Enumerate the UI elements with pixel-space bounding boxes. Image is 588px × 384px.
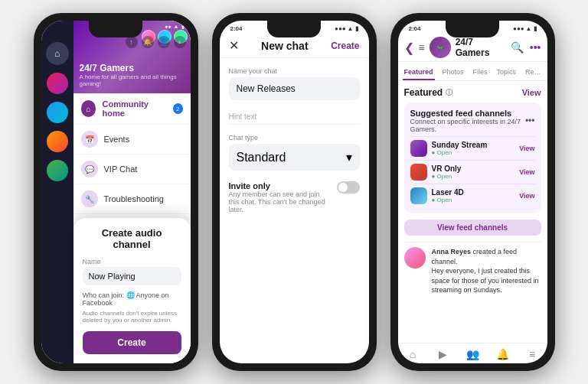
sidebar-avatar-3[interactable] bbox=[47, 131, 68, 152]
bottom-notifications[interactable]: 🔔 bbox=[488, 348, 518, 360]
invite-only-row: Invite only Any member can see and join … bbox=[229, 181, 360, 213]
signal-icon-3: ●●● bbox=[513, 25, 524, 32]
tab-more[interactable]: Re… bbox=[524, 65, 543, 80]
phone-1: ⌂ ●● ▲ ▮ bbox=[34, 13, 198, 371]
sidebar-avatar-4[interactable] bbox=[47, 160, 68, 181]
tab-topics[interactable]: Topics bbox=[495, 65, 518, 80]
invite-only-title: Invite only bbox=[229, 181, 331, 190]
menu-item-vip-chat[interactable]: 💬 VIP Chat bbox=[74, 155, 191, 184]
phone-2: 2:04 ●●● ▲ ▮ ✕ New chat Create Name your… bbox=[212, 13, 377, 371]
sheet-info-text: Audio channels don't expire unless delet… bbox=[83, 310, 181, 324]
tab-files[interactable]: Files bbox=[472, 65, 489, 80]
notification-icon[interactable]: 🔔 bbox=[142, 36, 154, 48]
chat-name-label: Name your chat bbox=[229, 67, 360, 75]
time-display-3: 2:04 bbox=[409, 25, 421, 32]
group-name: 24/7 Gamers bbox=[456, 37, 506, 58]
who-label: Who can join: bbox=[83, 291, 125, 299]
view-sunday-button[interactable]: View bbox=[519, 145, 534, 152]
bottom-home[interactable]: ⌂ bbox=[398, 348, 428, 360]
channel-laser-4d: Laser 4D ● Open View bbox=[410, 184, 535, 207]
hint-text: Hint text bbox=[229, 109, 360, 125]
time-display: 2:04 bbox=[230, 25, 243, 32]
view-laser-button[interactable]: View bbox=[519, 192, 534, 200]
channel-name-input[interactable]: Now Playing bbox=[83, 267, 181, 285]
feed-author: Anna Reyes bbox=[432, 248, 472, 255]
menu-item-community-home[interactable]: ⌂ Community home 2 bbox=[74, 93, 191, 125]
more-options-button[interactable]: ••• bbox=[530, 41, 541, 54]
phone-3: 2:04 ●●● ▲ ▮ ❮ ≡ 🎮 24/7 Gamers 🔍 ••• bbox=[390, 13, 555, 371]
menu-label-events: Events bbox=[104, 135, 130, 144]
chat-name-input[interactable]: New Releases bbox=[229, 77, 360, 100]
chat-type-select[interactable]: Standard bbox=[229, 144, 360, 171]
add-button[interactable]: View bbox=[522, 88, 541, 97]
notch-2 bbox=[267, 21, 321, 37]
search-button[interactable]: 🔍 bbox=[511, 41, 524, 54]
name-label: Name bbox=[83, 258, 181, 265]
featured-title: Featured ⓘ bbox=[404, 87, 453, 98]
hero-action-icons: ↑ 🔔 👤 › bbox=[126, 36, 186, 48]
invite-only-toggle[interactable] bbox=[337, 181, 360, 194]
left-sidebar: ⌂ bbox=[41, 21, 74, 363]
group-title: 24/7 Gamers bbox=[80, 63, 185, 73]
share-icon[interactable]: ↑ bbox=[126, 36, 138, 48]
chevron-icon[interactable]: › bbox=[174, 36, 186, 48]
view-feed-channels-button[interactable]: View feed channels bbox=[404, 220, 541, 236]
wifi-icon-2: ▲ bbox=[348, 25, 354, 32]
person-icon[interactable]: 👤 bbox=[158, 36, 170, 48]
bottom-video[interactable]: ▶ bbox=[428, 348, 458, 360]
chat-type-value: Standard bbox=[237, 151, 286, 164]
feed-body: Hey everyone, I just created this space … bbox=[432, 267, 539, 294]
close-button[interactable]: ✕ bbox=[229, 38, 239, 53]
menu-label-vip-chat: VIP Chat bbox=[104, 164, 138, 174]
events-icon: 📅 bbox=[81, 131, 98, 148]
vip-chat-icon: 💬 bbox=[81, 161, 98, 177]
menu-item-troubleshooting[interactable]: 🔧 Troubleshooting bbox=[74, 184, 191, 214]
group-avatar: 🎮 bbox=[430, 37, 451, 58]
feed-avatar bbox=[404, 247, 426, 268]
suggested-channels-title: Suggested feed channels bbox=[410, 109, 525, 118]
feed-post: Anna Reyes created a feed channel. Hey e… bbox=[404, 242, 541, 300]
create-channel-button[interactable]: Create bbox=[83, 331, 181, 354]
battery-icon-3: ▮ bbox=[534, 25, 537, 32]
channel-status-vr: ● Open bbox=[432, 173, 520, 180]
more-channels-icon[interactable]: ••• bbox=[525, 116, 535, 126]
bottom-groups[interactable]: 👥 bbox=[458, 348, 488, 360]
wifi-icon-3: ▲ bbox=[526, 25, 532, 32]
group-subtitle: A home for all gamers and all things gam… bbox=[80, 73, 185, 87]
channel-vr-only: VR Only ● Open View bbox=[410, 160, 535, 184]
channel-name-sunday: Sunday Stream bbox=[432, 141, 520, 149]
battery-icon-2: ▮ bbox=[355, 25, 358, 32]
bottom-navigation: ⌂ ▶ 👥 🔔 ≡ bbox=[398, 343, 547, 363]
troubleshooting-icon: 🔧 bbox=[81, 190, 98, 207]
create-audio-channel-sheet: Create audio channel Name Now Playing Wh… bbox=[74, 218, 191, 363]
tab-photos[interactable]: Photos bbox=[441, 65, 466, 80]
notification-badge: 2 bbox=[173, 103, 183, 114]
hamburger-icon[interactable]: ≡ bbox=[419, 41, 425, 54]
sidebar-avatar-1[interactable] bbox=[47, 73, 68, 94]
create-button[interactable]: Create bbox=[331, 41, 359, 51]
channel-name-laser: Laser 4D bbox=[432, 188, 520, 197]
view-vr-button[interactable]: View bbox=[519, 168, 534, 176]
info-icon: ⓘ bbox=[446, 88, 452, 98]
menu-label-troubleshooting: Troubleshooting bbox=[104, 194, 164, 203]
sheet-title: Create audio channel bbox=[83, 227, 181, 250]
who-can-join: Who can join: 🌐 Anyone on Facebook bbox=[83, 291, 181, 307]
sidebar-home-icon[interactable]: ⌂ bbox=[46, 42, 69, 65]
notch-3 bbox=[446, 21, 499, 37]
signal-icon-2: ●●● bbox=[335, 25, 346, 32]
suggested-channels-sub: Connect on specific interests in 24/7 Ga… bbox=[410, 118, 525, 133]
chat-type-label: Chat type bbox=[229, 134, 360, 142]
community-home-icon: ⌂ bbox=[81, 100, 96, 117]
menu-label-community-home: Community home bbox=[102, 99, 166, 118]
new-chat-title: New chat bbox=[239, 40, 332, 52]
signal-icon: ●● bbox=[165, 24, 171, 30]
wifi-icon: ▲ bbox=[174, 24, 179, 30]
sidebar-avatar-2[interactable] bbox=[47, 102, 68, 123]
back-button[interactable]: ❮ bbox=[404, 41, 414, 55]
featured-body: Featured ⓘ View Suggested feed channels … bbox=[398, 81, 547, 343]
tab-featured[interactable]: Featured bbox=[403, 65, 435, 80]
menu-item-events[interactable]: 📅 Events bbox=[74, 125, 191, 155]
bottom-menu[interactable]: ≡ bbox=[518, 348, 547, 360]
channel-status-laser: ● Open bbox=[432, 197, 520, 203]
invite-only-desc: Any member can see and join this chat. T… bbox=[229, 190, 331, 213]
